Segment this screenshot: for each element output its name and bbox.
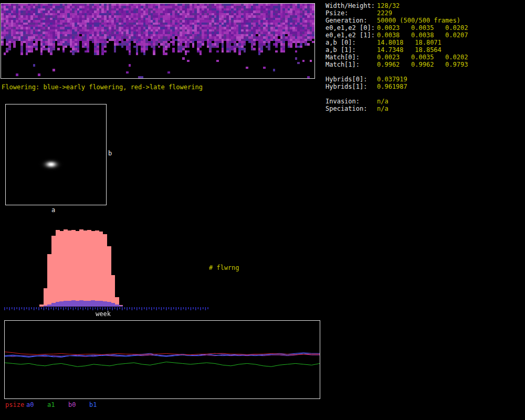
stat-label: Psize: bbox=[326, 9, 377, 17]
histogram-xlabel: week bbox=[96, 310, 111, 318]
legend-b0: b0 bbox=[68, 402, 76, 408]
stat-value: 0.037919 bbox=[377, 76, 407, 83]
stat-row-ab-1: a,b [1]: 14.7348 18.8564 bbox=[326, 46, 468, 54]
flowering-map-canvas bbox=[1, 4, 314, 78]
stat-row-e012-0: e0,e1,e2 [0]: 0.0023 0.0035 0.0202 bbox=[326, 24, 468, 32]
flowering-map-panel bbox=[1, 3, 315, 79]
stat-label: Speciation: bbox=[326, 105, 377, 112]
history-chart-canvas bbox=[5, 321, 320, 398]
stat-row-psize: Psize: 2229 bbox=[326, 9, 468, 17]
flowering-histogram-canvas bbox=[4, 225, 210, 311]
stat-value: 0.9962 0.9962 0.9793 bbox=[377, 61, 468, 68]
stat-label: e0,e1,e2 [1]: bbox=[326, 32, 377, 39]
stat-row-match-0: Match[0]: 0.0023 0.0035 0.0202 bbox=[326, 54, 468, 61]
stat-label: a,b [0]: bbox=[326, 39, 377, 46]
stat-row-generation: Generation: 50000 (500/500 frames) bbox=[326, 17, 468, 24]
stat-label: Match[1]: bbox=[326, 61, 377, 68]
stat-value: n/a bbox=[377, 105, 388, 112]
stat-label: Width/Height: bbox=[326, 2, 377, 9]
stat-row-speciation: Speciation: n/a bbox=[326, 105, 468, 112]
stat-value: 0.0023 0.0035 0.0202 bbox=[377, 24, 468, 32]
stat-row-ab-0: a,b [0]: 14.8018 18.8071 bbox=[326, 39, 468, 46]
legend-psize: psize bbox=[5, 402, 24, 408]
stat-label: Match[0]: bbox=[326, 54, 377, 61]
legend-b1: b1 bbox=[89, 402, 97, 408]
stats-group-gap bbox=[326, 90, 468, 98]
stat-row-e012-1: e0,e1,e2 [1]: 0.0038 0.0038 0.0207 bbox=[326, 32, 468, 39]
stat-label: Generation: bbox=[326, 17, 377, 24]
legend-a1: a1 bbox=[47, 402, 55, 408]
stat-value: 0.961987 bbox=[377, 83, 407, 90]
stat-label: a,b [1]: bbox=[326, 46, 377, 54]
stat-label: Invasion: bbox=[326, 98, 377, 105]
history-chart-panel bbox=[4, 320, 320, 399]
legend-a0: a0 bbox=[26, 402, 34, 408]
stat-label: Hybrids[1]: bbox=[326, 83, 377, 90]
stat-row-width-height: Width/Height: 128/32 bbox=[326, 2, 468, 9]
ab-density-canvas bbox=[6, 104, 106, 205]
flowering-caption: Flowering: blue->early flowering, red->l… bbox=[2, 83, 203, 91]
stat-row-hybrids-1: Hybrids[1]: 0.961987 bbox=[326, 83, 468, 90]
histogram-annotation: # flwrng bbox=[209, 264, 239, 271]
stat-row-invasion: Invasion: n/a bbox=[326, 98, 468, 105]
stats-group-gap bbox=[326, 68, 468, 76]
stat-value: n/a bbox=[377, 98, 388, 105]
stat-value: 14.8018 18.8071 bbox=[377, 39, 442, 46]
stat-value: 128/32 bbox=[377, 2, 400, 9]
stat-row-hybrids-0: Hybrids[0]: 0.037919 bbox=[326, 76, 468, 83]
scatter-ylabel: b bbox=[108, 150, 112, 157]
simulation-window: { "flowering_caption": "Flowering: blue-… bbox=[0, 0, 525, 420]
stat-value: 0.0038 0.0038 0.0207 bbox=[377, 32, 468, 39]
stat-value: 14.7348 18.8564 bbox=[377, 46, 442, 54]
stat-value: 50000 (500/500 frames) bbox=[377, 17, 460, 24]
ab-scatter-panel bbox=[5, 104, 107, 205]
stat-value: 0.0023 0.0035 0.0202 bbox=[377, 54, 468, 61]
stat-label: e0,e1,e2 [0]: bbox=[326, 24, 377, 32]
scatter-xlabel: a bbox=[51, 206, 55, 214]
stat-row-match-1: Match[1]: 0.9962 0.9962 0.9793 bbox=[326, 61, 468, 68]
stat-label: Hybrids[0]: bbox=[326, 76, 377, 83]
stats-panel: Width/Height: 128/32 Psize: 2229 Generat… bbox=[326, 2, 468, 112]
stat-value: 2229 bbox=[377, 9, 392, 17]
